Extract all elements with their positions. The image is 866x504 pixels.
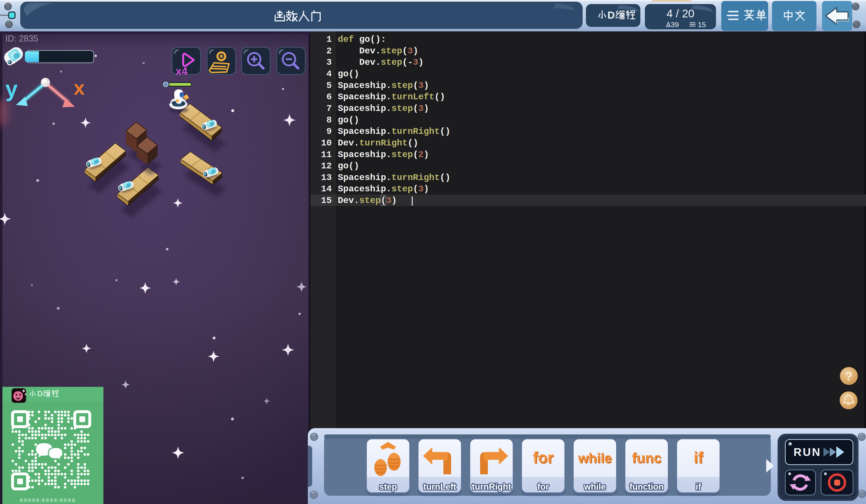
svg-text:4 / 20: 4 / 20 — [666, 7, 694, 20]
svg-text:D: D — [37, 389, 43, 398]
svg-text:ID: 2835: ID: 2835 — [5, 34, 38, 44]
svg-text:?: ? — [845, 370, 853, 383]
svg-text:x: x — [74, 77, 85, 99]
svg-text:D: D — [608, 9, 615, 21]
svg-text:y: y — [5, 77, 18, 101]
svg-text:x4: x4 — [176, 65, 188, 77]
svg-text:39: 39 — [671, 21, 679, 29]
svg-text:15: 15 — [698, 21, 706, 29]
svg-text:RUN: RUN — [793, 446, 821, 458]
